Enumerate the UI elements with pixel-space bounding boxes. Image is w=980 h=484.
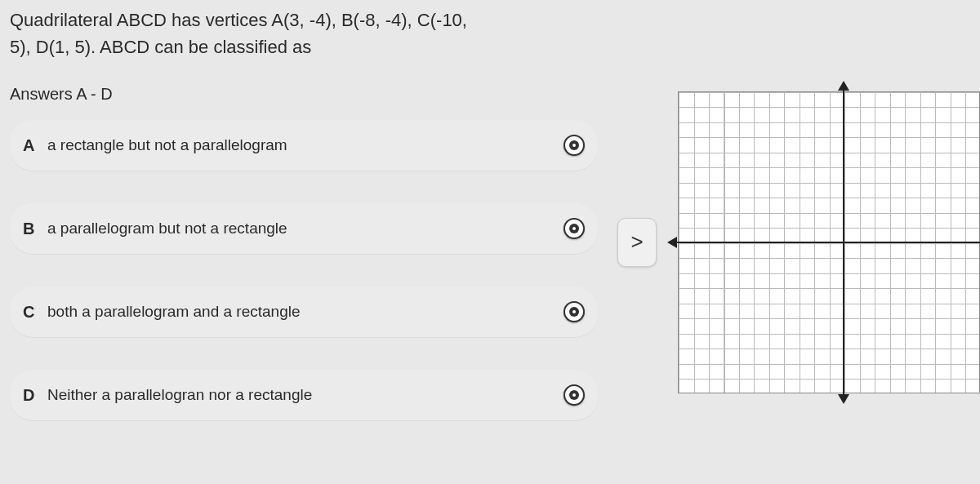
arrow-down-icon <box>838 394 849 404</box>
y-axis <box>843 84 844 401</box>
answer-text: both a parallelogram and a rectangle <box>47 303 564 321</box>
answer-option-b[interactable]: B a parallelogram but not a rectangle <box>10 203 598 254</box>
answer-letter: A <box>23 136 47 155</box>
answer-text: Neither a parallelogran nor a rectangle <box>47 386 564 404</box>
radio-icon[interactable] <box>564 135 585 156</box>
answer-text: a parallelogram but not a rectangle <box>47 220 564 238</box>
question-panel: Quadrilateral ABCD has vertices A(3, -4)… <box>0 0 604 484</box>
question-text: Quadrilateral ABCD has vertices A(3, -4)… <box>10 7 598 60</box>
question-line-1: Quadrilateral ABCD has vertices A(3, -4)… <box>10 10 467 30</box>
answer-letter: C <box>23 303 47 322</box>
arrow-left-icon <box>667 237 677 248</box>
answer-option-a[interactable]: A a rectangle but not a parallelogram <box>10 120 598 171</box>
answer-option-c[interactable]: C both a parallelogram and a rectangle <box>10 286 598 337</box>
answer-letter: B <box>23 220 47 238</box>
answer-letter: D <box>23 386 47 405</box>
answers-header: Answers A - D <box>10 85 598 104</box>
next-button[interactable]: > <box>617 218 657 267</box>
arrow-up-icon <box>838 81 849 91</box>
coordinate-grid <box>678 91 980 393</box>
x-axis <box>670 242 980 243</box>
answer-text: a rectangle but not a parallelogram <box>47 136 564 154</box>
graph-panel <box>670 0 980 484</box>
radio-icon[interactable] <box>564 301 585 322</box>
answer-option-d[interactable]: D Neither a parallelogran nor a rectangl… <box>10 370 598 420</box>
nav-panel: > <box>604 0 670 484</box>
radio-icon[interactable] <box>564 384 585 406</box>
radio-icon[interactable] <box>564 218 585 239</box>
chevron-right-icon: > <box>630 229 643 255</box>
question-line-2: 5), D(1, 5). ABCD can be classified as <box>10 37 311 57</box>
